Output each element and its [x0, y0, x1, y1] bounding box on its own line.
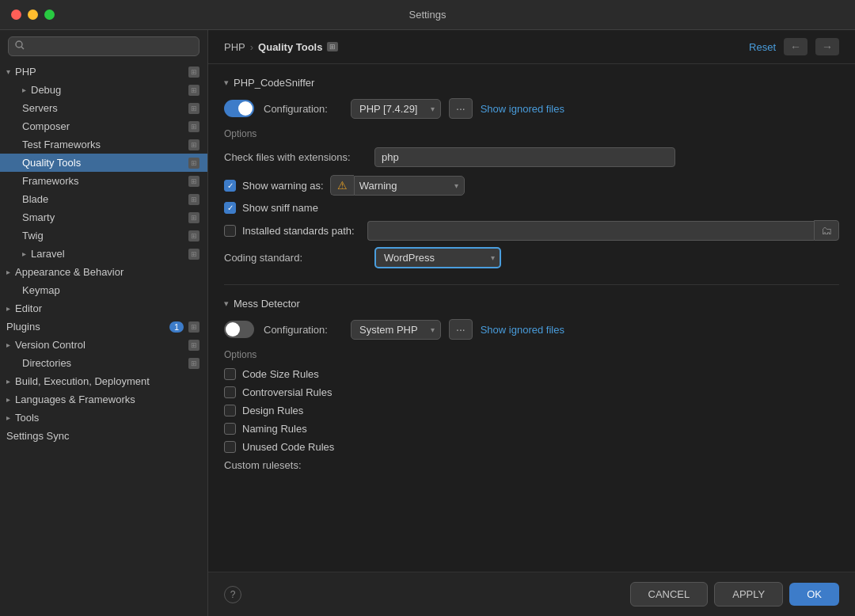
sidebar-item-build[interactable]: ▸ Build, Execution, Deployment: [0, 372, 207, 390]
php-codesniffer-header[interactable]: ▾ PHP_CodeSniffer: [224, 77, 839, 89]
sidebar-item-tools[interactable]: ▸ Tools: [0, 409, 207, 427]
ok-button[interactable]: OK: [789, 583, 839, 606]
installed-path-row: Installed standards path: 🗂: [224, 220, 839, 241]
sidebar-item-version-control[interactable]: ▸ Version Control ⊞: [0, 336, 207, 354]
sidebar-item-appearance[interactable]: ▸ Appearance & Behavior: [0, 263, 207, 281]
coding-standard-row: Coding standard: WordPress PSR1 PSR2 PSR…: [224, 247, 839, 268]
breadcrumb-parent: PHP: [224, 41, 245, 53]
toggle-thumb: [226, 322, 240, 337]
sidebar-item-label: Appearance & Behavior: [15, 266, 200, 278]
sidebar: ▾ PHP ⊞ ▸ Debug ⊞ Servers ⊞ Composer ⊞ T…: [0, 30, 208, 616]
search-input[interactable]: [29, 40, 192, 52]
header-actions: Reset ← →: [749, 38, 839, 55]
sidebar-item-label: Directories: [22, 357, 185, 369]
sidebar-item-debug[interactable]: ▸ Debug ⊞: [0, 81, 207, 99]
sidebar-item-composer[interactable]: Composer ⊞: [0, 117, 207, 135]
show-sniff-checkbox[interactable]: [224, 202, 236, 214]
messdetector-config-select[interactable]: System PHP PHP [7.4.29] Other...: [351, 320, 441, 340]
pin-icon: ⊞: [188, 321, 200, 333]
rule-controversial-checkbox[interactable]: [224, 386, 236, 398]
sidebar-item-label: Composer: [22, 120, 185, 132]
chevron-down-icon: ▾: [6, 67, 10, 76]
sidebar-item-frameworks[interactable]: Frameworks ⊞: [0, 172, 207, 190]
codesniffer-toggle[interactable]: [224, 100, 254, 117]
pin-icon: ⊞: [188, 139, 200, 150]
messdetector-show-ignored-link[interactable]: Show ignored files: [481, 324, 564, 336]
messdetector-toggle[interactable]: [224, 321, 254, 338]
sidebar-item-languages[interactable]: ▸ Languages & Frameworks: [0, 390, 207, 409]
apply-button[interactable]: APPLY: [714, 582, 783, 606]
sidebar-item-plugins[interactable]: Plugins 1 ⊞: [0, 318, 207, 336]
rule-code-size-checkbox[interactable]: [224, 368, 236, 380]
coding-standard-select[interactable]: WordPress PSR1 PSR2 PSR12 PEAR Squiz Zen…: [374, 247, 501, 268]
php-codesniffer-section: ▾ PHP_CodeSniffer Configuration: PHP [7.…: [224, 77, 839, 268]
sidebar-item-editor[interactable]: ▸ Editor: [0, 299, 207, 318]
codesniffer-options-label: Options: [224, 128, 839, 139]
sidebar-item-directories[interactable]: Directories ⊞: [0, 354, 207, 372]
sidebar-item-keymap[interactable]: Keymap: [0, 281, 207, 299]
sidebar-item-label: Debug: [31, 84, 185, 96]
check-files-row: Check files with extensions:: [224, 147, 839, 167]
folder-browse-button[interactable]: 🗂: [814, 220, 839, 241]
minimize-button[interactable]: [28, 10, 38, 20]
rule-design-row: Design Rules: [224, 405, 839, 416]
chevron-right-icon: ▸: [6, 413, 10, 422]
maximize-button[interactable]: [44, 10, 55, 20]
sidebar-item-label: Keymap: [22, 284, 200, 296]
sidebar-item-quality-tools[interactable]: Quality Tools ⊞: [0, 154, 207, 172]
sidebar-item-test-frameworks[interactable]: Test Frameworks ⊞: [0, 135, 207, 154]
rule-code-size-row: Code Size Rules: [224, 368, 839, 380]
pin-icon: ⊞: [188, 158, 200, 169]
sidebar-item-settings-sync[interactable]: Settings Sync: [0, 427, 207, 445]
rule-design-checkbox[interactable]: [224, 405, 236, 416]
sidebar-item-laravel[interactable]: ▸ Laravel ⊞: [0, 245, 207, 263]
mess-detector-header[interactable]: ▾ Mess Detector: [224, 298, 839, 310]
codesniffer-show-ignored-link[interactable]: Show ignored files: [481, 103, 564, 115]
codesniffer-config-select[interactable]: PHP [7.4.29]: [351, 99, 441, 119]
cancel-button[interactable]: CANCEL: [630, 582, 709, 606]
mess-detector-section: ▾ Mess Detector Configuration: System PH…: [224, 298, 839, 471]
rule-controversial-label: Controversial Rules: [242, 386, 332, 398]
rule-naming-checkbox[interactable]: [224, 423, 236, 435]
codesniffer-config-row: Configuration: PHP [7.4.29] ▾ ··· Show i…: [224, 98, 839, 119]
rule-unused-code-checkbox[interactable]: [224, 441, 236, 453]
sidebar-item-label: Twig: [22, 230, 185, 241]
sidebar-item-label: Test Frameworks: [22, 139, 185, 150]
sidebar-item-label: Laravel: [31, 248, 185, 260]
pin-icon: ⊞: [188, 176, 200, 187]
back-button[interactable]: ←: [784, 38, 808, 55]
sidebar-item-label: Languages & Frameworks: [15, 394, 200, 405]
config-row: Configuration: PHP [7.4.29] ▾ ··· Show i…: [264, 98, 839, 119]
content-scroll: ▾ PHP_CodeSniffer Configuration: PHP [7.…: [208, 64, 855, 572]
breadcrumb-separator: ›: [250, 41, 253, 53]
show-warning-checkbox[interactable]: [224, 180, 236, 192]
sidebar-item-twig[interactable]: Twig ⊞: [0, 226, 207, 245]
sidebar-item-php[interactable]: ▾ PHP ⊞: [0, 63, 207, 81]
sidebar-item-label: Version Control: [15, 339, 185, 351]
sidebar-item-blade[interactable]: Blade ⊞: [0, 190, 207, 208]
config-row: Configuration: System PHP PHP [7.4.29] O…: [264, 319, 839, 340]
config-select-wrapper: PHP [7.4.29] ▾: [351, 99, 441, 119]
forward-button[interactable]: →: [815, 38, 839, 55]
messdetector-config-more-button[interactable]: ···: [449, 319, 473, 340]
check-files-input[interactable]: [374, 147, 675, 167]
messdetector-options-label: Options: [224, 349, 839, 360]
help-button[interactable]: ?: [224, 586, 241, 603]
sidebar-item-label: Frameworks: [22, 175, 185, 187]
search-box[interactable]: [8, 36, 200, 56]
chevron-right-icon: ▸: [6, 377, 10, 386]
close-button[interactable]: [11, 10, 21, 20]
pin-icon: ⊞: [188, 249, 200, 260]
sidebar-item-label: Plugins: [6, 321, 166, 333]
rule-naming-row: Naming Rules: [224, 423, 839, 435]
rule-naming-label: Naming Rules: [242, 423, 307, 435]
mess-config-select-wrapper: System PHP PHP [7.4.29] Other... ▾: [351, 320, 441, 340]
warning-select[interactable]: Warning Error Weak Warning: [354, 176, 465, 196]
installed-path-checkbox[interactable]: [224, 225, 236, 237]
installed-path-input[interactable]: [367, 221, 814, 241]
sidebar-item-servers[interactable]: Servers ⊞: [0, 99, 207, 117]
sidebar-item-smarty[interactable]: Smarty ⊞: [0, 208, 207, 226]
codesniffer-config-more-button[interactable]: ···: [449, 98, 473, 119]
window-controls[interactable]: [11, 10, 55, 20]
reset-button[interactable]: Reset: [749, 41, 776, 53]
